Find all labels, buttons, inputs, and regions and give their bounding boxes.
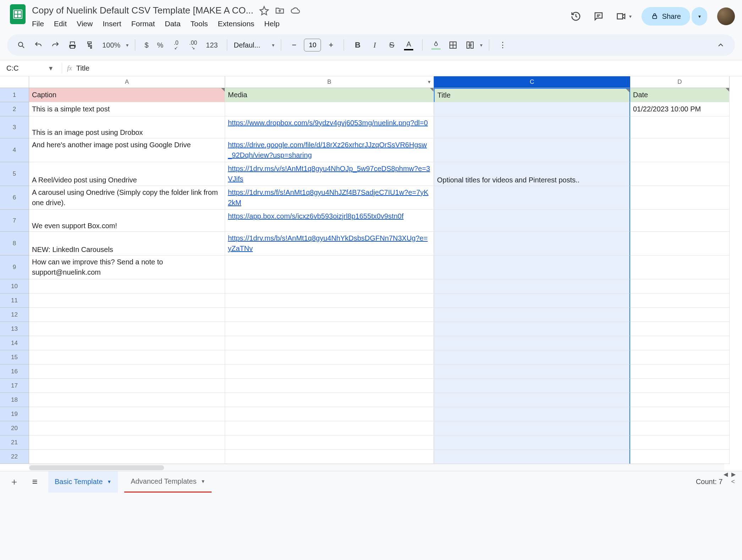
cell-d22[interactable] xyxy=(630,450,730,464)
cell-d1[interactable]: Date xyxy=(630,88,730,102)
cell-b1[interactable]: Media xyxy=(225,88,434,102)
move-icon[interactable] xyxy=(275,6,285,16)
row-header-7[interactable]: 7 xyxy=(0,210,29,232)
cell-a18[interactable] xyxy=(29,393,225,407)
cell-a13[interactable] xyxy=(29,322,225,336)
print-icon[interactable] xyxy=(65,38,80,52)
paint-format-icon[interactable] xyxy=(82,38,97,52)
cell-c10[interactable] xyxy=(434,279,630,293)
menu-help[interactable]: Help xyxy=(264,20,279,28)
cell-c3[interactable] xyxy=(434,116,630,138)
cell-a3[interactable]: This is an image post using Drobox xyxy=(29,116,225,138)
cell-b2[interactable] xyxy=(225,102,434,116)
cell-b11[interactable] xyxy=(225,293,434,308)
cell-c18[interactable] xyxy=(434,393,630,407)
menu-view[interactable]: View xyxy=(77,20,93,28)
cell-b3[interactable]: https://www.dropbox.com/s/9ydzv4gvj6053m… xyxy=(225,116,434,138)
text-color-icon[interactable]: A xyxy=(402,38,416,52)
cell-b21[interactable] xyxy=(225,435,434,450)
italic-icon[interactable]: I xyxy=(367,38,382,52)
cell-a7[interactable]: We even support Box.com! xyxy=(29,210,225,232)
star-icon[interactable] xyxy=(259,6,269,16)
add-sheet-button[interactable]: ＋ xyxy=(7,475,21,489)
scroll-left-icon[interactable]: ◀ xyxy=(724,471,728,478)
row-header-5[interactable]: 5 xyxy=(0,162,29,186)
cell-d17[interactable] xyxy=(630,379,730,393)
cell-b16[interactable] xyxy=(225,364,434,379)
menu-format[interactable]: Format xyxy=(131,20,155,28)
select-all-corner[interactable] xyxy=(0,76,29,88)
tab-basic-dropdown-icon[interactable]: ▼ xyxy=(107,479,111,484)
cell-b20[interactable] xyxy=(225,421,434,435)
cell-a20[interactable] xyxy=(29,421,225,435)
merge-dropdown-icon[interactable]: ▾ xyxy=(480,42,482,48)
cell-a10[interactable] xyxy=(29,279,225,293)
font-size-decrease[interactable]: − xyxy=(288,39,300,51)
cell-a8[interactable]: NEW: LinkedIn Carousels xyxy=(29,232,225,256)
decrease-decimal-icon[interactable]: .0↙ xyxy=(169,38,183,52)
name-box-dropdown-icon[interactable]: ▾ xyxy=(49,64,53,72)
cell-d3[interactable] xyxy=(630,116,730,138)
cell-d16[interactable] xyxy=(630,364,730,379)
explore-collapse-icon[interactable]: < xyxy=(731,478,735,485)
cell-d14[interactable] xyxy=(630,336,730,350)
font-size-increase[interactable]: + xyxy=(324,39,337,51)
row-header-16[interactable]: 16 xyxy=(0,364,29,379)
all-sheets-button[interactable]: ≡ xyxy=(28,475,42,489)
cell-c16[interactable] xyxy=(434,364,630,379)
cell-a2[interactable]: This is a simple text post xyxy=(29,102,225,116)
cell-c19[interactable] xyxy=(434,407,630,421)
row-header-1[interactable]: 1 xyxy=(0,88,29,102)
row-header-2[interactable]: 2 xyxy=(0,102,29,116)
cell-b14[interactable] xyxy=(225,336,434,350)
cell-b7[interactable]: https://app.box.com/s/icxz6vb593oizjrl8p… xyxy=(225,210,434,232)
account-avatar[interactable] xyxy=(717,7,735,25)
format-123[interactable]: 123 xyxy=(203,41,220,49)
cell-a22[interactable] xyxy=(29,450,225,464)
cell-b17[interactable] xyxy=(225,379,434,393)
row-header-3[interactable]: 3 xyxy=(0,116,29,138)
comments-icon[interactable] xyxy=(592,10,605,23)
formula-bar[interactable]: Title xyxy=(76,64,89,72)
cell-b18[interactable] xyxy=(225,393,434,407)
collapse-toolbar-icon[interactable] xyxy=(714,38,728,52)
merge-cells-icon[interactable] xyxy=(463,38,477,52)
cell-b15[interactable] xyxy=(225,350,434,364)
horizontal-scrollbar[interactable] xyxy=(29,464,724,471)
row-header-11[interactable]: 11 xyxy=(0,293,29,308)
cell-a9[interactable]: How can we improve this? Send a note to … xyxy=(29,256,225,279)
cell-a12[interactable] xyxy=(29,308,225,322)
row-header-18[interactable]: 18 xyxy=(0,393,29,407)
cell-a5[interactable]: A Reel/video post using Onedrive xyxy=(29,162,225,186)
menu-edit[interactable]: Edit xyxy=(54,20,67,28)
cell-d9[interactable] xyxy=(630,256,730,279)
col-b-dropdown-icon[interactable]: ▼ xyxy=(427,79,431,84)
cell-c7[interactable] xyxy=(434,210,630,232)
cell-c22[interactable] xyxy=(434,450,630,464)
status-count[interactable]: Count: 7 xyxy=(696,478,723,486)
row-header-12[interactable]: 12 xyxy=(0,308,29,322)
cell-c20[interactable] xyxy=(434,421,630,435)
cell-b22[interactable] xyxy=(225,450,434,464)
cell-a15[interactable] xyxy=(29,350,225,364)
cell-c8[interactable] xyxy=(434,232,630,256)
row-header-20[interactable]: 20 xyxy=(0,421,29,435)
increase-decimal-icon[interactable]: .00↘ xyxy=(186,38,200,52)
borders-icon[interactable] xyxy=(446,38,460,52)
cell-d12[interactable] xyxy=(630,308,730,322)
row-header-6[interactable]: 6 xyxy=(0,186,29,210)
cell-c9[interactable] xyxy=(434,256,630,279)
cell-c1[interactable]: Title xyxy=(434,88,630,102)
strikethrough-icon[interactable]: S xyxy=(384,38,399,52)
cell-d5[interactable] xyxy=(630,162,730,186)
cell-c12[interactable] xyxy=(434,308,630,322)
scroll-right-icon[interactable]: ▶ xyxy=(731,471,736,478)
row-header-17[interactable]: 17 xyxy=(0,379,29,393)
cell-b6[interactable]: https://1drv.ms/f/s!AnMt1q8gyu4NhJZf4B7S… xyxy=(225,186,434,210)
col-header-a[interactable]: A xyxy=(29,76,225,88)
format-currency[interactable]: $ xyxy=(142,41,151,49)
cell-a16[interactable] xyxy=(29,364,225,379)
cell-d18[interactable] xyxy=(630,393,730,407)
cell-b4[interactable]: https://drive.google.com/file/d/18rXz26x… xyxy=(225,138,434,162)
cell-c17[interactable] xyxy=(434,379,630,393)
